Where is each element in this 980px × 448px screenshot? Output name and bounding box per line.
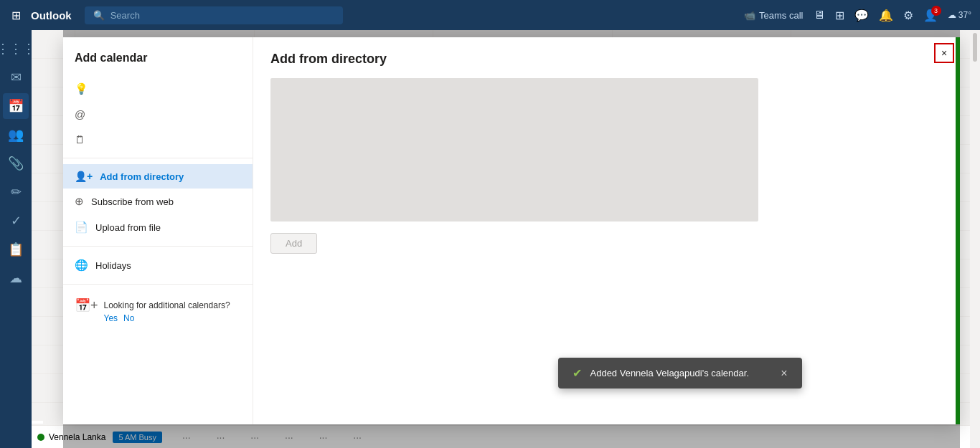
toast-close-button[interactable]: × xyxy=(781,367,787,380)
add-calendar-dialog: Add calendar 💡 @ 🗒 👤+ Ad xyxy=(63,37,960,424)
divider-2 xyxy=(63,246,253,247)
yes-link[interactable]: Yes xyxy=(104,313,118,323)
settings-icon[interactable]: ⚙ xyxy=(903,9,913,22)
sidebar-icon-grid[interactable]: ⋮⋮⋮ xyxy=(3,36,29,62)
at-icon: @ xyxy=(75,108,85,120)
divider-1 xyxy=(63,158,253,158)
holidays-label: Holidays xyxy=(95,260,131,271)
globe-icon: 🌐 xyxy=(75,259,88,272)
sidebar-item-browse-url[interactable]: @ xyxy=(63,102,253,127)
teams-call-button[interactable]: 📹 Teams call xyxy=(744,10,803,21)
people-cal-label xyxy=(32,421,43,424)
dialog-left-panel: Add calendar 💡 @ 🗒 👤+ Ad xyxy=(63,37,253,424)
person-status-dot xyxy=(37,434,44,441)
sidebar-icon-tasks[interactable]: ✓ xyxy=(3,208,29,234)
calendar-background: Vennela Lanka 5 AM Busy ··· ··· ··· ··· … xyxy=(32,30,970,448)
monitor-icon[interactable]: 🖥 xyxy=(814,9,825,22)
subscribe-icon: ⊕ xyxy=(75,195,84,208)
grid2-icon[interactable]: ⊞ xyxy=(835,9,844,22)
file-icon: 📄 xyxy=(75,221,88,234)
close-icon: × xyxy=(941,47,947,59)
sidebar-item-upload-file[interactable]: 📄 Upload from file xyxy=(63,214,253,240)
search-icon: 🔍 xyxy=(93,10,105,21)
modal-overlay: Add calendar 💡 @ 🗒 👤+ Ad xyxy=(63,30,960,448)
divider-3 xyxy=(63,284,253,285)
sidebar-icon-mail[interactable]: ✉ xyxy=(3,65,29,90)
sidebar-icon-people[interactable]: 👥 xyxy=(3,122,29,148)
subscribe-web-label: Subscribe from web xyxy=(91,196,174,207)
main-area: ⋮⋮⋮ ✉ 📅 👥 📎 ✏ ✓ 📋 ☁ Vennela Lanka xyxy=(0,30,980,448)
topbar-right: 📹 Teams call 🖥 ⊞ 💬 🔔 ⚙ 👤 3 ☁ 37° xyxy=(744,9,971,22)
additional-links: Yes No xyxy=(104,313,230,323)
sidebar-item-subscribe-web[interactable]: ⊕ Subscribe from web xyxy=(63,189,253,214)
sidebar-item-add-from-directory[interactable]: 👤+ Add from directory xyxy=(63,164,253,189)
sidebar-icon-attachments[interactable]: 📎 xyxy=(3,151,29,176)
dialog-left-title: Add calendar xyxy=(63,52,253,76)
toast-message: Added Vennela Velagapudi's calendar. xyxy=(590,368,750,378)
weather-display: ☁ 37° xyxy=(948,10,972,20)
grid-icon[interactable]: ⊞ xyxy=(9,6,24,25)
add-button[interactable]: Add xyxy=(270,233,317,254)
sidebar-item-blank[interactable]: 🗒 xyxy=(63,127,253,152)
additional-calendars-section: 📅+ Looking for additional calendars? Yes… xyxy=(63,290,253,330)
sidebar-item-holidays[interactable]: 🌐 Holidays xyxy=(63,252,253,278)
scrollbar-area xyxy=(970,30,980,448)
scrollbar-thumb[interactable] xyxy=(973,33,977,62)
sidebar-icon-list[interactable]: 📋 xyxy=(3,237,29,262)
notification-badge: 3 xyxy=(931,6,941,16)
sidebar-icon-cloud[interactable]: ☁ xyxy=(3,265,29,291)
sidebar-icon-notes[interactable]: ✏ xyxy=(3,179,29,205)
toast-notification: ✔ Added Vennela Velagapudi's calendar. × xyxy=(558,358,802,389)
bulb-icon: 💡 xyxy=(75,82,88,95)
directory-icon: 👤+ xyxy=(75,171,93,182)
search-input[interactable] xyxy=(110,10,326,21)
sidebar-item-view-suggestions[interactable]: 💡 xyxy=(63,76,253,102)
dialog-close-button[interactable]: × xyxy=(934,43,954,63)
toast-check-icon: ✔ xyxy=(573,366,582,380)
additional-cal-icon: 📅+ xyxy=(75,297,98,313)
chat-icon[interactable]: 💬 xyxy=(854,9,869,22)
additional-text: Looking for additional calendars? xyxy=(104,300,230,310)
video-icon: 📹 xyxy=(744,10,755,21)
upload-file-label: Upload from file xyxy=(95,222,161,233)
note-icon: 🗒 xyxy=(75,133,85,146)
add-from-directory-label: Add from directory xyxy=(100,171,184,182)
topbar: ⊞ Outlook 🔍 📹 Teams call 🖥 ⊞ 💬 🔔 ⚙ 👤 3 ☁… xyxy=(0,0,980,30)
dialog-right-title: Add from directory xyxy=(270,52,943,67)
bell-icon[interactable]: 🔔 xyxy=(879,9,893,22)
profile-icon[interactable]: 👤 3 xyxy=(923,9,938,22)
app-logo: Outlook xyxy=(31,9,72,22)
search-bar[interactable]: 🔍 xyxy=(85,6,343,24)
right-accent-stripe xyxy=(956,37,960,424)
dialog-right-panel: Add from directory Add ✔ Added Vennela V… xyxy=(253,37,960,424)
outlook-sidebar: ⋮⋮⋮ ✉ 📅 👥 📎 ✏ ✓ 📋 ☁ xyxy=(0,30,32,448)
no-link[interactable]: No xyxy=(123,313,134,323)
sidebar-icon-calendar[interactable]: 📅 xyxy=(3,93,29,119)
directory-content-area xyxy=(270,78,758,221)
